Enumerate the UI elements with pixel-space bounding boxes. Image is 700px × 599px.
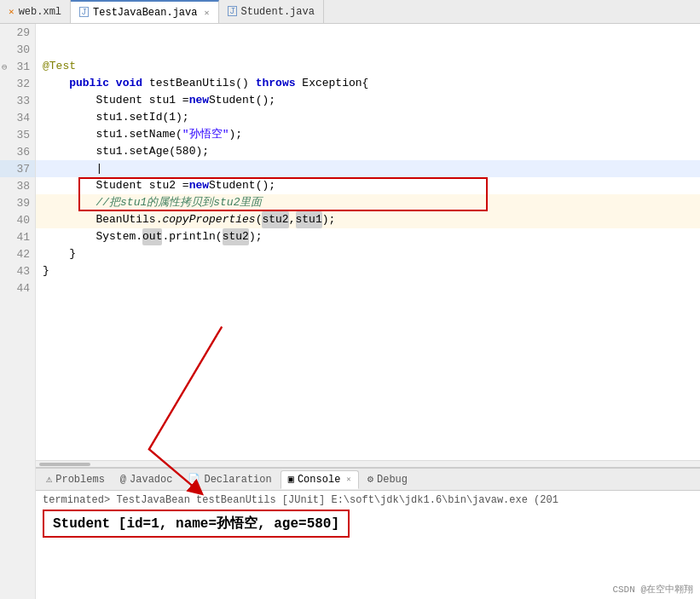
watermark: CSDN @在空中翱翔 [612,583,693,596]
javadoc-label: Javadoc [130,474,172,486]
code-line-42: } [36,245,700,262]
bottom-tab-bar: ⚠ Problems @ Javadoc 📄 Declaration ▣ Con… [36,469,700,491]
copy-props-method: copyProperties [162,211,255,228]
code-line-44 [36,279,700,297]
comment-copy: //把stu1的属性拷贝到stu2里面 [95,194,262,211]
java-icon: 🄹 [79,7,89,18]
tab-test-java-bean[interactable]: 🄹 TestJavaBean.java ✕ [71,0,218,23]
line-num-44: 44 [0,279,35,297]
line-numbers: 29 30 31 32 33 34 35 36 37 38 39 40 41 4… [0,24,36,599]
tab-student-java[interactable]: 🄹 Student.java [219,0,324,23]
param-stu2-print: stu2 [223,228,249,245]
line-num-29: 29 [0,24,35,41]
close-brace-method: } [69,245,76,262]
student-type-1: Student stu1 = [95,92,188,109]
problems-icon: ⚠ [46,473,52,486]
console-icon: ▣ [288,473,294,486]
tab-test-java-bean-label: TestJavaBean.java [93,7,197,19]
line-num-30: 30 [0,41,35,58]
kw-public: public [69,75,109,92]
xml-icon: ✕ [9,6,14,17]
horizontal-scrollbar[interactable] [36,460,700,467]
tab-close-icon[interactable]: ✕ [204,8,209,18]
code-line-31: @Test [36,58,700,75]
code-line-30 [36,41,700,58]
set-name-close: ); [229,126,242,143]
code-line-37: | [36,160,700,177]
line-num-31: 31 [0,58,35,75]
console-content: terminated> TestJavaBean testBeanUtils [… [36,491,700,599]
set-age: stu1.setAge(580); [95,143,209,160]
code-line-29 [36,24,700,41]
code-line-33: Student stu1 = new Student(); [36,92,700,109]
set-id: stu1.setId(1); [95,109,188,126]
tab-problems[interactable]: ⚠ Problems [39,470,112,489]
line-num-40: 40 [0,211,35,228]
comma: , [289,211,296,228]
kw-new-2: new [189,177,209,194]
declaration-label: Declaration [204,474,271,486]
code-line-40: BeanUtils.copyProperties(stu2, stu1); [36,211,700,228]
student-type-2: Student stu2 = [95,177,188,194]
tab-web-xml[interactable]: ✕ web.xml [0,0,71,23]
debug-icon: ⚙ [367,473,373,486]
debug-label: Debug [377,474,408,486]
line-num-32: 32 [0,75,35,92]
copy-props-close: ); [322,211,336,228]
tab-console[interactable]: ▣ Console ✕ [281,470,359,489]
bottom-panel: ⚠ Problems @ Javadoc 📄 Declaration ▣ Con… [36,467,700,599]
tab-web-xml-label: web.xml [19,6,61,18]
out-ref: out [142,228,162,245]
line-num-39: 39 [0,194,35,211]
console-terminated-text: terminated> TestJavaBean testBeanUtils [… [43,494,693,506]
line-num-36: 36 [0,143,35,160]
code-line-34: stu1.setId(1); [36,109,700,126]
set-name: stu1.setName( [95,126,182,143]
annotation-test: @Test [43,58,76,75]
declaration-icon: 📄 [188,473,200,486]
code-line-38: Student stu2 = new Student(); [36,177,700,194]
console-output-box: Student [id=1, name=孙悟空, age=580] [43,510,350,538]
copy-props-open: ( [256,211,263,228]
javadoc-icon: @ [120,474,126,486]
string-name: "孙悟空" [182,126,229,143]
exception-type: Exception{ [302,75,368,92]
java-icon-2: 🄹 [228,6,237,17]
line-num-38: 38 [0,177,35,194]
println-close: ); [249,228,263,245]
line-num-37: 37 [0,160,35,177]
tab-debug[interactable]: ⚙ Debug [361,470,414,489]
line-num-34: 34 [0,109,35,126]
code-line-41: System.out.println(stu2); [36,228,700,245]
editor-wrapper: 29 30 31 32 33 34 35 36 37 38 39 40 41 4… [0,24,700,599]
method-name: testBeanUtils() [149,75,249,92]
student-constructor-2: Student(); [209,177,275,194]
println: .println( [162,228,222,245]
code-line-36: stu1.setAge(580); [36,143,700,160]
code-line-32: public void testBeanUtils() throws Excep… [36,75,700,92]
tab-bar: ✕ web.xml 🄹 TestJavaBean.java ✕ 🄹 Studen… [0,0,700,24]
tab-student-java-label: Student.java [241,6,315,18]
console-close-icon[interactable]: ✕ [346,475,350,484]
student-constructor-1: Student(); [209,92,275,109]
kw-void: void [116,75,142,92]
line-num-42: 42 [0,245,35,262]
param-stu1: stu1 [296,211,322,228]
console-output-text: Student [id=1, name=孙悟空, age=580] [53,516,339,532]
code-line-43: } [36,262,700,279]
tab-javadoc[interactable]: @ Javadoc [113,470,180,489]
scrollbar-thumb[interactable] [39,463,90,466]
line-num-41: 41 [0,228,35,245]
line-num-33: 33 [0,92,35,109]
code-line-35: stu1.setName("孙悟空"); [36,126,700,143]
cursor-indicator: | [95,160,102,177]
line-num-43: 43 [0,262,35,279]
problems-label: Problems [55,474,105,486]
kw-throws: throws [256,75,296,92]
code-editor[interactable]: @Test public void testBeanUtils() throws… [36,24,700,460]
code-line-39: //把stu1的属性拷贝到stu2里面 [36,194,700,211]
console-label: Console [298,474,340,486]
bean-utils-call: BeanUtils. [95,211,162,228]
kw-new-1: new [189,92,209,109]
tab-declaration[interactable]: 📄 Declaration [181,470,278,489]
